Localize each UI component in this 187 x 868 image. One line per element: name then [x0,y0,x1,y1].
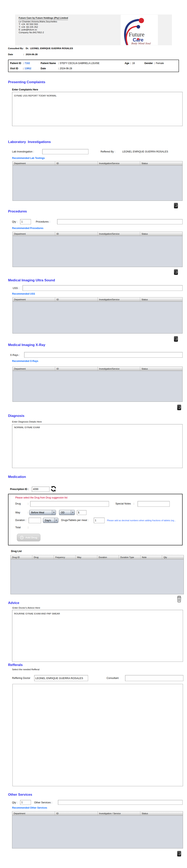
col-department: Department [13,298,55,302]
complaints-textarea[interactable]: GYNAE USS REPORT TODAY NORMAL [12,92,183,126]
consultant-input[interactable] [125,675,183,681]
recommended-other-link: Recommended Other Services [12,806,47,809]
plus-icon: + [20,536,24,539]
other-delete-button[interactable] [177,851,181,857]
procedures-delete-button[interactable] [174,269,178,275]
recommended-xray-link: Recommended X-Rays [12,360,38,363]
visit-date-label: Date [41,67,58,70]
duration-input[interactable] [29,518,41,523]
diagnosis-title: Diagnosis [8,414,24,418]
drug-input[interactable] [30,501,109,507]
future-care-logo-icon: Future Care Body Mind Soul [121,15,158,45]
age-value: 16 [132,62,135,65]
procedures-qty-label: Qty : [12,220,17,223]
per-meal-input[interactable] [94,518,105,523]
company-phone-2: T: +24 84 225 252 [19,26,68,29]
consulted-by-row: Consulted By : Dr. LEONEL ENRIQUE GUERRA… [8,47,73,50]
colon: : [134,502,134,505]
patient-name-field: Patient Name : STEFY CECILIA GABRIELA LO… [41,62,100,65]
duration-type-select[interactable]: Day/s ▼ [43,518,58,523]
prescription-id-input[interactable] [32,487,49,492]
refresh-icon [51,486,56,492]
col-status: Status [140,232,182,236]
uss-delete-button[interactable] [174,336,178,342]
patient-age-field: Age : 16 [125,62,135,65]
patient-id-value: 7102 [25,62,30,65]
col-drug: Drug [32,555,54,559]
drug-list-label: Drug List [11,550,22,553]
colon: : [23,62,24,65]
uss-input[interactable] [23,285,183,291]
patient-name-label: Patient Name [41,62,58,65]
col-id: ID [55,161,98,165]
colon: : [58,67,59,70]
xray-table-body [13,371,182,402]
trash-icon [177,404,181,410]
reffering-doctor-label: Reffering Doctor [12,677,30,680]
company-info: Future Care by Future Holdings (Pty) Lim… [19,16,68,34]
procedures-table-header: Department ID Investigation/Service Stat… [13,232,182,236]
trash-icon [174,269,178,275]
consultation-page: Future Care by Future Holdings (Pty) Lim… [0,0,187,868]
diagnosis-textarea[interactable]: NORMAL GYNAE EXAM [12,424,183,468]
uss-title: Medical Imaging Ultra Sound [8,278,55,282]
procedures-input[interactable] [57,219,183,224]
col-frequency: Fequency [54,555,76,559]
lab-title: Laboratory Investigations [8,140,51,144]
other-qty-input[interactable] [20,800,31,805]
col-department: Department [13,367,55,371]
procedures-qty-input[interactable] [20,219,31,224]
lab-delete-button[interactable] [174,203,178,209]
prescription-refresh-button[interactable] [51,486,56,492]
company-name: Future Care by Future Holdings (Pty) Lim… [19,17,68,20]
special-notes-label: Special Notes [115,502,131,505]
visit-date-value: 2024-06-28 [60,67,72,70]
recommended-procedures-link: Recommended Procedures [12,227,43,229]
other-services-input[interactable] [58,800,183,805]
special-notes-input[interactable] [138,501,170,507]
xray-table: Department ID Investigation/Service Stat… [12,367,183,402]
advice-textarea[interactable]: ROURINE GYNAE EXAM AND PAP SMEAR [12,610,183,662]
refferal-list-box[interactable] [12,684,183,786]
decimal-note: Please add as decimal numbers when addin… [107,519,181,522]
other-services-title: Other Services [8,793,32,797]
col-status: Status [140,161,182,165]
xray-table-header: Department ID Investigation/Service Stat… [13,367,182,371]
add-drug-label: Add Drug [25,536,37,539]
reffered-by-value: LEONEL ENRIQUE GUERRA ROSALES [122,150,168,153]
patient-id-field: Patient ID : 7102 [10,62,30,65]
drug-list-body [11,559,184,594]
trash-icon [174,203,178,209]
refferals-label: Select the needed Refferal [12,668,39,671]
trash-outline-icon [177,596,182,602]
advice-delete-button[interactable] [177,596,182,602]
duration-label: Duration : [15,519,26,522]
other-services-table: Department ID Investigation / Service St… [12,811,183,848]
col-id: ID [55,232,98,236]
other-table-header: Department ID Investigation / Service St… [12,811,183,816]
col-investigation: Investigation/Service [98,298,140,302]
lab-investigation-input[interactable] [42,149,88,154]
xray-input[interactable] [24,352,183,358]
uss-table-header: Department ID Investigation/Service Stat… [13,298,182,302]
xray-delete-button[interactable] [177,404,181,410]
lab-table-body [13,165,182,200]
add-drug-button[interactable]: + Add Drug [17,534,40,541]
col-status: Status [140,367,182,371]
procedures-table-body [13,236,182,267]
reffering-doctor-input[interactable] [34,675,88,681]
other-table-body [12,816,183,848]
frequency-qty-input[interactable] [77,510,86,515]
frequency-select[interactable]: OD ▼ [59,510,75,515]
frequency-select-value: OD [61,511,71,514]
col-investigation: Investigation/Service [98,367,140,371]
col-duration: Duration [97,555,119,559]
procedures-table: Department ID Investigation/Service Stat… [12,231,183,267]
col-department: Department [13,161,55,165]
patient-gender-field: Gender : Female [144,62,164,65]
recommended-uss-link: Recommended USS [12,292,35,295]
drug-label: Drug [15,502,21,505]
way-label: Way [15,511,20,514]
chevron-down-icon: ▼ [54,518,58,523]
way-select[interactable]: Before Meal ▼ [29,510,56,515]
